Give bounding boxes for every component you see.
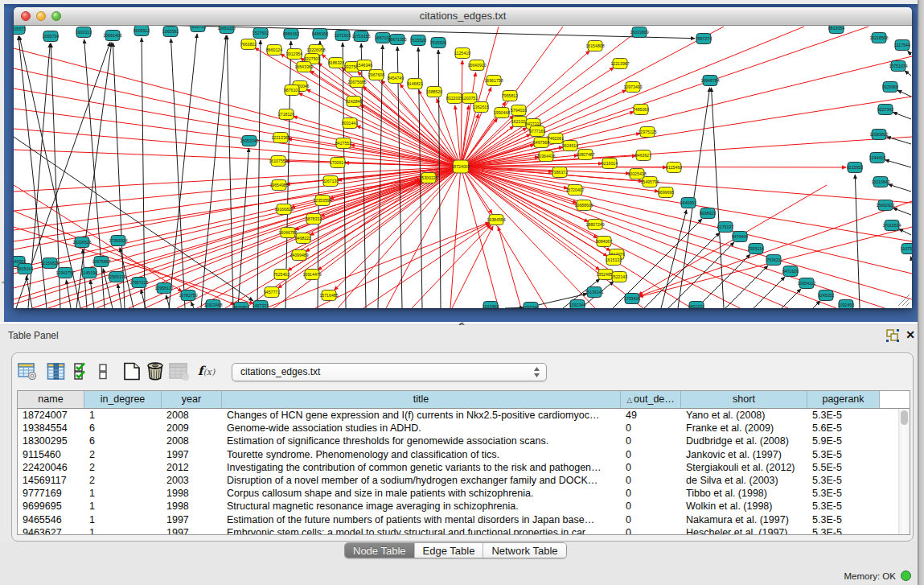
graph-node-teal[interactable]: 1065591 (162, 27, 179, 37)
graph-node-teal[interactable]: 1167533 (901, 244, 912, 254)
graph-node-yellow[interactable]: 2967608 (368, 70, 384, 80)
new-column-icon[interactable] (122, 362, 142, 381)
table-row[interactable]: 911546021997Tourette syndrome. Phenomeno… (18, 448, 898, 461)
graph-node-teal[interactable]: 12156829 (40, 258, 59, 269)
column-header-pagerank[interactable]: pagerank (807, 391, 880, 408)
graph-node-yellow[interactable]: 16640910 (467, 60, 486, 71)
graph-node-yellow[interactable]: 9777169 (529, 126, 545, 137)
graph-node-yellow[interactable]: 19384554 (487, 215, 505, 225)
table-row[interactable]: 1872400712008Changes of HCN gene express… (18, 409, 898, 422)
graph-node-teal[interactable]: 10210643 (871, 177, 889, 187)
graph-node-yellow[interactable]: 16961758 (484, 76, 503, 86)
graph-node-teal[interactable]: 2405573 (14, 26, 26, 35)
graph-node-teal[interactable]: 1640951 (680, 198, 696, 208)
table-row[interactable]: 977716911998Corpus callosum shape and si… (18, 487, 898, 500)
tab-node-table[interactable]: Node Table (345, 543, 415, 558)
graph-node-yellow[interactable]: 7663822 (240, 39, 257, 50)
graph-node-yellow[interactable]: 9457771 (264, 287, 280, 298)
graph-node-yellow[interactable]: 19166825 (274, 204, 293, 215)
graph-node-teal[interactable]: 15136141 (585, 287, 603, 298)
graph-node-teal[interactable]: 10975867 (92, 257, 110, 267)
graph-node-teal[interactable]: 1903313 (76, 27, 92, 38)
graph-node-yellow[interactable]: 1546346 (356, 60, 372, 71)
graph-node-teal[interactable]: 1092346 (523, 303, 539, 309)
graph-node-teal[interactable]: 9227342 (877, 105, 893, 115)
graph-node-yellow[interactable]: 18807249 (585, 220, 604, 230)
graph-node-teal[interactable]: 1467333 (253, 301, 269, 309)
graph-node-teal[interactable]: 9474444 (732, 232, 748, 242)
graph-node-teal[interactable]: 20206526 (72, 237, 91, 248)
graph-node-yellow[interactable]: 3912954 (286, 49, 302, 60)
graph-node-teal[interactable]: 2935114 (748, 244, 764, 254)
graph-node-teal[interactable]: 8215955 (847, 163, 863, 173)
function-builder-icon[interactable]: f(x) (198, 362, 227, 381)
graph-node-yellow[interactable]: 7485063 (633, 105, 649, 115)
graph-node-yellow[interactable]: 8427552 (335, 138, 351, 149)
graph-node-teal[interactable]: 16033809 (630, 27, 648, 38)
float-window-icon[interactable] (885, 328, 900, 343)
graph-node-yellow[interactable]: 9242848 (346, 97, 362, 107)
graph-node-yellow[interactable]: 5878332 (306, 214, 322, 225)
graph-node-yellow[interactable]: 15495794 (640, 177, 659, 187)
graph-node-yellow[interactable]: 12213967 (610, 59, 629, 69)
graph-node-yellow[interactable]: 2718126 (278, 109, 294, 120)
unselect-all-icon[interactable] (98, 362, 108, 381)
graph-node-yellow[interactable]: 6497568 (533, 138, 549, 148)
graph-node-teal[interactable]: 3915141 (17, 264, 33, 274)
graph-node-yellow[interactable]: 1362615 (473, 102, 489, 113)
graph-node-yellow[interactable]: 16543362 (294, 62, 313, 72)
graph-node-teal[interactable]: 15692921 (876, 200, 894, 211)
graph-node-teal[interactable]: 12942757 (55, 268, 74, 278)
graph-node-yellow[interactable]: 16107552 (269, 156, 287, 167)
graph-node-yellow[interactable]: 7955812 (502, 91, 518, 101)
graph-node-teal[interactable]: 9811221 (688, 302, 704, 309)
delete-columns-icon[interactable] (146, 362, 165, 381)
graph-node-yellow[interactable]: 1615132 (606, 255, 622, 266)
graph-node-yellow[interactable]: 15720407 (565, 185, 584, 196)
graph-node-teal[interactable]: 2055734 (43, 31, 59, 42)
graph-node-yellow[interactable]: 12353594 (313, 196, 331, 206)
graph-node-teal[interactable]: 17957225 (129, 278, 148, 288)
table-row[interactable]: 946554611997Estimation of the future num… (18, 513, 898, 526)
graph-node-yellow[interactable]: 3267130 (322, 176, 339, 187)
close-traffic-light[interactable] (21, 11, 31, 21)
graph-node-teal[interactable]: 7857274 (696, 34, 712, 44)
show-columns-icon[interactable] (47, 362, 66, 381)
column-header-out_de[interactable]: △out_de… (621, 391, 681, 408)
graph-node-yellow[interactable]: 6216014 (602, 159, 618, 169)
graph-node-yellow[interactable]: 1700614 (330, 158, 346, 168)
graph-node-yellow[interactable]: 24099489 (290, 250, 308, 261)
graph-node-teal[interactable]: 10958137 (154, 283, 173, 294)
graph-node-teal[interactable]: 19218506 (869, 33, 888, 43)
graph-node-yellow[interactable]: 9699695 (658, 187, 674, 198)
graph-node-yellow[interactable]: 10688609 (574, 200, 593, 211)
graph-node-yellow[interactable]: 8031443 (342, 118, 358, 129)
graph-node-teal[interactable]: 7515520 (410, 35, 426, 46)
graph-node-teal[interactable]: 7515526 (430, 38, 446, 48)
table-row[interactable]: 2242004622012Investigating the contribut… (18, 461, 898, 474)
graph-node-yellow[interactable]: 8660124 (266, 45, 282, 56)
graph-node-yellow[interactable]: 7625402 (273, 270, 290, 280)
app-right-scroll-strip[interactable] (918, 0, 924, 585)
table-row[interactable]: 1456911722003Disruption of a novel membe… (18, 474, 898, 487)
graph-node-teal[interactable]: 10719155 (351, 31, 370, 42)
graph-node-yellow[interactable]: 7386372 (552, 167, 568, 178)
graph-node-yellow[interactable]: 23675685 (347, 77, 366, 88)
graph-node-teal[interactable]: 9620801 (233, 303, 249, 309)
graph-node-yellow[interactable]: 9498222 (295, 233, 311, 244)
graph-node-yellow[interactable]: 8186328 (328, 58, 344, 68)
graph-node-yellow[interactable]: 10973493 (623, 82, 642, 93)
tab-network-table[interactable]: Network Table (483, 543, 565, 558)
graph-node-yellow[interactable]: 25300225 (419, 173, 437, 183)
graph-node-yellow[interactable]: 12975125 (638, 127, 656, 138)
graph-node-teal[interactable]: 1117544 (894, 40, 910, 51)
graph-node-teal[interactable]: 8471626 (782, 266, 799, 277)
tab-edge-table[interactable]: Edge Table (415, 543, 484, 558)
graph-node-teal[interactable]: 10653257 (217, 26, 236, 34)
column-header-title[interactable]: title (222, 391, 621, 408)
graph-node-teal[interactable]: 1013462 (483, 302, 499, 309)
graph-node-yellow[interactable]: 5794028 (511, 105, 527, 116)
column-header-year[interactable]: year (162, 391, 222, 408)
graph-node-teal[interactable]: 9605512 (133, 26, 150, 36)
table-row[interactable]: 969969511998Structural magnetic resonanc… (18, 500, 898, 513)
